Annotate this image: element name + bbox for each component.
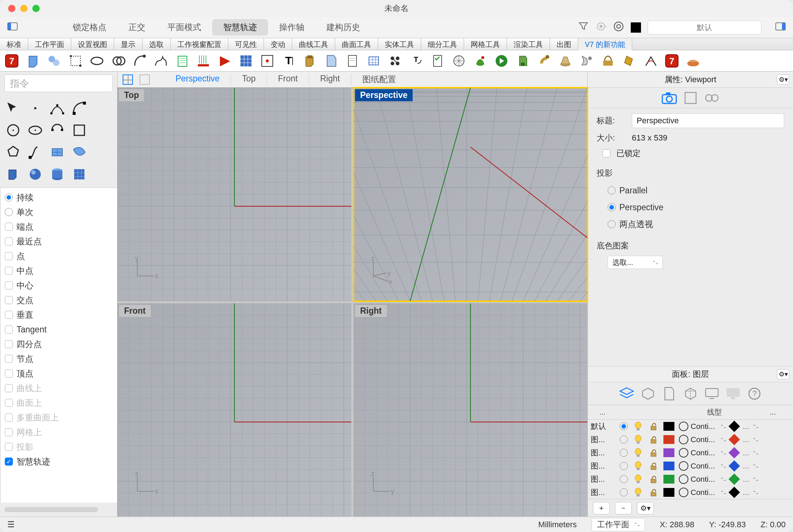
render-tab-icon[interactable] <box>683 386 698 401</box>
layer-visibility-icon[interactable] <box>630 422 646 431</box>
layer-print-color[interactable] <box>728 447 740 458</box>
osnap-checkbox[interactable] <box>5 267 13 275</box>
projection-radio[interactable] <box>608 186 616 194</box>
layer-linetype[interactable]: Conti... <box>691 422 720 431</box>
chevron-icon[interactable]: ⌃⌄ <box>720 463 726 469</box>
delete-layer-button[interactable]: － <box>615 502 632 514</box>
toolbar-icon-24[interactable] <box>513 52 532 69</box>
display-tab-icon[interactable] <box>705 386 719 401</box>
chevron-icon[interactable]: ⌃⌄ <box>720 450 726 456</box>
layer-linetype[interactable]: Conti... <box>691 475 720 484</box>
layer-print-color[interactable] <box>728 420 740 432</box>
layer-color-swatch[interactable] <box>663 448 674 457</box>
layer-visibility-icon[interactable] <box>630 448 646 458</box>
layers-gear-icon[interactable]: ⚙︎▾ <box>777 369 789 379</box>
palette-tab-1[interactable]: 工作平面 <box>28 38 71 50</box>
layer-name[interactable]: 图... <box>588 448 617 458</box>
toolbar-icon-25[interactable] <box>535 52 554 69</box>
toolbar-icon-2[interactable] <box>45 52 64 69</box>
layer-color-swatch[interactable] <box>663 422 674 431</box>
layer-more[interactable]: ... <box>743 475 752 484</box>
material-properties-icon[interactable] <box>683 91 698 105</box>
palette-tab-6[interactable]: 可见性 <box>228 38 264 50</box>
layer-material-icon[interactable] <box>679 435 688 444</box>
osnap-checkbox[interactable] <box>5 296 13 304</box>
zoom-window-button[interactable] <box>32 5 40 12</box>
layer-row[interactable]: 图... Conti... ⌃⌄ ... ⌃⌄ <box>588 486 793 499</box>
viewport-title-input[interactable]: Perspective <box>632 113 784 128</box>
left-sidebar-toggle-icon[interactable] <box>7 22 18 33</box>
palette-tab-14[interactable]: 出图 <box>550 38 578 50</box>
record-icon[interactable] <box>613 21 624 34</box>
close-window-button[interactable] <box>8 5 15 12</box>
current-layer-selector[interactable]: 默认 <box>648 21 761 34</box>
add-layer-button[interactable]: ＋ <box>593 502 610 514</box>
layer-linetype[interactable]: Conti... <box>691 435 720 444</box>
layer-row[interactable]: 图... Conti... ⌃⌄ ... ⌃⌄ <box>588 446 793 459</box>
layer-more[interactable]: ... <box>743 462 752 470</box>
tool-icon-7[interactable] <box>68 119 90 141</box>
layer-name[interactable]: 图... <box>588 487 617 498</box>
osnap-checkbox[interactable] <box>5 369 13 378</box>
osnap-checkbox[interactable] <box>5 355 13 363</box>
layer-more[interactable]: ... <box>743 422 752 431</box>
tool-icon-5[interactable] <box>24 119 46 141</box>
right-sidebar-toggle-icon[interactable] <box>775 22 786 33</box>
status-cplane-selector[interactable]: 工作平面⌃⌄ <box>591 518 645 531</box>
status-units[interactable]: Millimeters <box>538 520 577 529</box>
document-tab-icon[interactable] <box>662 386 677 401</box>
viewport-label[interactable]: Perspective <box>355 89 413 101</box>
osnap-checkbox[interactable] <box>5 237 13 245</box>
layer-print-color[interactable] <box>728 460 740 471</box>
toolbar-icon-10[interactable] <box>215 52 234 69</box>
projection-radio[interactable] <box>608 203 616 211</box>
osnap-checkbox[interactable] <box>5 311 13 319</box>
minimize-window-button[interactable] <box>20 5 28 12</box>
toolbar-icon-9[interactable] <box>194 52 213 69</box>
palette-tab-13[interactable]: 渲染工具 <box>507 38 550 50</box>
viewport-tab-图纸配置[interactable]: 图纸配置 <box>351 74 407 85</box>
col-linetype[interactable]: 线型 <box>676 407 753 417</box>
osnap-mode-radio[interactable] <box>5 208 13 216</box>
viewport-front[interactable]: Frontzx <box>117 303 351 517</box>
modeling-aid-4[interactable]: 操作轴 <box>268 19 315 36</box>
toolbar-icon-5[interactable] <box>109 52 128 69</box>
osnap-checkbox[interactable] <box>5 281 13 289</box>
palette-tab-9[interactable]: 曲面工具 <box>335 38 378 50</box>
toolbar-icon-21[interactable] <box>449 52 468 69</box>
tool-icon-1[interactable] <box>24 97 46 119</box>
layer-more[interactable]: ... <box>743 448 752 457</box>
toolbar-icon-29[interactable] <box>620 52 639 69</box>
osnap-checkbox[interactable] <box>5 325 13 334</box>
chevron-icon[interactable]: ⌃⌄ <box>720 437 726 442</box>
toolbar-icon-1[interactable] <box>23 52 43 69</box>
command-input[interactable]: 指令 <box>4 74 113 92</box>
toolbar-icon-14[interactable] <box>300 52 319 69</box>
toolbar-icon-6[interactable] <box>130 52 149 69</box>
locked-checkbox[interactable] <box>602 149 611 157</box>
layers-tab-icon[interactable] <box>619 386 634 401</box>
single-viewport-icon[interactable] <box>140 74 150 85</box>
layer-print-color[interactable] <box>728 434 740 445</box>
viewport-label[interactable]: Top <box>119 89 144 101</box>
layer-more[interactable]: ... <box>743 488 752 497</box>
osnap-checkbox[interactable] <box>5 252 13 260</box>
horizontal-scrollbar[interactable] <box>4 507 98 512</box>
palette-tab-0[interactable]: 标准 <box>0 38 28 50</box>
layer-row[interactable]: 图... Conti... ⌃⌄ ... ⌃⌄ <box>588 473 793 486</box>
modeling-aid-3[interactable]: 智慧轨迹 <box>212 19 268 36</box>
tool-icon-0[interactable] <box>2 97 24 119</box>
modeling-aid-0[interactable]: 锁定格点 <box>62 19 117 36</box>
layer-material-icon[interactable] <box>679 461 688 471</box>
linked-properties-icon[interactable] <box>704 91 720 105</box>
toolbar-icon-15[interactable] <box>322 52 341 69</box>
tool-icon-14[interactable] <box>46 163 68 185</box>
modeling-aid-1[interactable]: 正交 <box>117 19 156 36</box>
tool-icon-3[interactable] <box>68 97 90 119</box>
tool-icon-12[interactable] <box>2 163 24 185</box>
palette-tab-3[interactable]: 显示 <box>114 38 142 50</box>
layer-visibility-icon[interactable] <box>630 435 646 444</box>
layers-action-button[interactable]: ⚙︎▾ <box>637 502 654 514</box>
tool-icon-4[interactable] <box>2 119 24 141</box>
toolbar-icon-28[interactable] <box>598 52 618 69</box>
